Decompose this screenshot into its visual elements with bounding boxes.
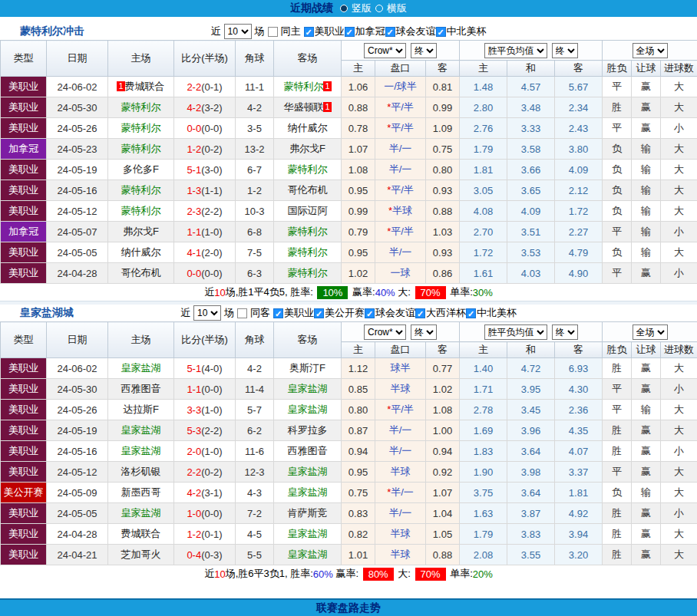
record-summary-rsl: 近10场,胜6平3负1, 胜率:60% 赢率: 80% 大: 70% 单率:20… — [0, 565, 697, 582]
away-team-name: 国际迈阿 — [288, 205, 328, 216]
away-team: 弗尔戈F — [274, 139, 342, 160]
result-goals: 大 — [661, 420, 697, 441]
competition-checkbox[interactable] — [314, 308, 324, 318]
match-score: 1-1(1-0) — [174, 222, 236, 242]
result-wdl: 负 — [603, 242, 632, 263]
odds-home: 0.85 — [342, 379, 375, 400]
match-type-badge: 美职业 — [1, 503, 47, 524]
match-scope-select[interactable]: 全场 — [633, 43, 668, 58]
competition-filter[interactable]: 美公开赛 — [314, 306, 365, 320]
competition-checkbox[interactable] — [273, 308, 283, 318]
handicap-text: 半球 — [392, 205, 412, 216]
competition-filter[interactable]: 中北美杯 — [466, 306, 517, 320]
result-goals: 大 — [661, 97, 697, 118]
odds-stage-select[interactable]: 终 — [411, 43, 437, 58]
result-wdl: 平 — [603, 462, 632, 483]
home-team-name: 蒙特利尔 — [121, 205, 161, 216]
home-team-name: 皇家盐湖 — [121, 507, 161, 519]
result-handicap: 赢 — [632, 379, 661, 400]
halftime-score: (0-3) — [201, 549, 222, 561]
odds-away: 0.93 — [426, 180, 460, 201]
home-team-name: 蒙特利尔 — [121, 184, 161, 196]
handicap: 半球 — [375, 462, 426, 483]
col-corner: 角球 — [236, 41, 274, 77]
layout-horizontal-label: 横版 — [387, 2, 407, 15]
odds-away: 1.04 — [426, 503, 460, 524]
layout-radio-vertical[interactable] — [340, 5, 348, 12]
competition-checkbox[interactable] — [365, 308, 375, 318]
competition-filter[interactable]: 球会友谊 — [385, 25, 436, 38]
col-mean-away: 客 — [555, 342, 603, 358]
recent-results-page: 近期战绩 竖版 横版 蒙特利尔冲击 近 10 场 同主 美职业加拿冠球会友谊中北… — [0, 0, 697, 616]
competition-checkbox[interactable] — [415, 308, 425, 318]
competition-checkbox[interactable] — [345, 27, 355, 37]
games-count-select[interactable]: 10 — [224, 24, 252, 39]
mean-draw: 3.53 — [507, 242, 555, 263]
mean-dropdown-cell: 胜平负均值终 — [460, 322, 603, 342]
away-team-name: 皇家盐湖 — [288, 383, 328, 394]
corner-score: 4-5 — [236, 524, 274, 545]
competition-filter[interactable]: 中北美杯 — [436, 25, 487, 38]
result-handicap: 赢 — [632, 263, 661, 284]
same-venue-checkbox[interactable] — [237, 308, 247, 318]
mean-stage-select[interactable]: 终 — [552, 43, 578, 58]
mean-away: 4.35 — [555, 420, 603, 441]
match-score: 3-3(1-0) — [174, 400, 236, 420]
competition-checkbox[interactable] — [466, 308, 476, 318]
handicap: 一/球半 — [375, 77, 426, 97]
result-wdl: 负 — [603, 160, 632, 180]
competition-filter[interactable]: 大西洋杯 — [415, 306, 466, 320]
handicap-text: 平/半 — [391, 122, 414, 133]
mean-home: 1.71 — [460, 379, 507, 400]
games-count-select[interactable]: 10 — [193, 305, 221, 321]
layout-radio-horizontal[interactable] — [375, 5, 383, 12]
away-team: 皇家盐湖 — [274, 524, 342, 545]
competition-checkbox[interactable] — [304, 27, 314, 37]
result-goals: 大 — [661, 524, 697, 545]
mean-draw: 3.64 — [507, 483, 555, 503]
odds-away: 0.92 — [426, 462, 460, 483]
fulltime-score: 1-1 — [187, 384, 201, 395]
competition-filter[interactable]: 球会友谊 — [365, 306, 415, 320]
handicap-text: 一/球半 — [384, 81, 417, 92]
mean-away: 5.67 — [555, 77, 603, 97]
result-handicap: 输 — [632, 400, 661, 420]
mean-home: 1.61 — [460, 263, 507, 284]
result-handicap: 赢 — [632, 77, 661, 97]
mean-draw: 3.95 — [507, 379, 555, 400]
mean-home: 1.40 — [460, 358, 507, 379]
result-goals: 大 — [661, 160, 697, 180]
mean-type-select[interactable]: 胜平负均值 — [484, 43, 547, 58]
result-handicap: 赢 — [632, 503, 661, 524]
same-venue-checkbox[interactable] — [268, 27, 278, 37]
games-label: 场 — [224, 306, 234, 320]
match-date: 24-05-26 — [47, 118, 108, 139]
match-date: 24-05-19 — [47, 420, 108, 441]
odds-stage-select[interactable]: 终 — [411, 324, 437, 340]
competition-filter[interactable]: 美职业 — [304, 25, 345, 38]
mean-stage-select[interactable]: 终 — [552, 324, 578, 340]
mean-home: 1.72 — [460, 242, 507, 263]
match-scope-select[interactable]: 全场 — [633, 324, 668, 340]
match-date: 24-05-05 — [47, 242, 108, 263]
handicap: 半球 — [375, 379, 426, 400]
summary-segment: 40% — [375, 287, 395, 298]
red-card-badge: 1 — [323, 81, 331, 91]
mean-type-select[interactable]: 胜平负均值 — [484, 324, 547, 340]
match-date: 24-05-07 — [47, 222, 108, 242]
summary-segment: 赢率: — [349, 285, 375, 299]
result-wdl: 胜 — [603, 524, 632, 545]
competition-checkbox[interactable] — [436, 27, 446, 37]
odds-company-select[interactable]: Crow* — [364, 43, 406, 58]
odds-company-select[interactable]: Crow* — [364, 324, 406, 340]
competition-label: 中北美杯 — [477, 306, 517, 320]
match-date: 24-05-26 — [47, 400, 108, 420]
mean-draw: 3.33 — [507, 118, 555, 139]
home-team-name: 皇家盐湖 — [121, 424, 161, 436]
competition-filter[interactable]: 美职业 — [273, 306, 314, 320]
competition-filter[interactable]: 加拿冠 — [345, 25, 385, 38]
result-goals: 小 — [661, 263, 697, 284]
handicap-text: 半/一 — [389, 445, 412, 456]
competition-checkbox[interactable] — [385, 27, 395, 37]
away-team: 西雅图音 — [274, 441, 342, 462]
